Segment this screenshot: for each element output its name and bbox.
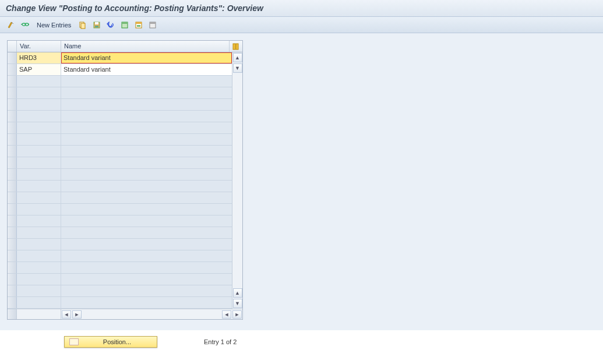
row-selector[interactable] bbox=[8, 169, 17, 180]
cell-name[interactable] bbox=[61, 215, 232, 227]
table-row-empty[interactable] bbox=[8, 262, 232, 274]
cell-name[interactable] bbox=[61, 250, 232, 261]
table-row-empty[interactable] bbox=[8, 169, 232, 181]
scroll-up2-icon[interactable]: ▲ bbox=[233, 288, 242, 298]
table-row-empty[interactable] bbox=[8, 87, 232, 99]
cell-name[interactable] bbox=[61, 134, 232, 145]
save-variant-icon[interactable] bbox=[91, 20, 102, 30]
select-all-icon[interactable] bbox=[119, 20, 130, 30]
row-selector[interactable] bbox=[8, 146, 17, 157]
table-row[interactable]: HRD3Standard variant bbox=[8, 52, 232, 64]
cell-name[interactable]: Standard variant bbox=[61, 64, 232, 75]
scroll-right2-icon[interactable]: ► bbox=[232, 310, 242, 319]
cell-name[interactable] bbox=[61, 157, 232, 168]
cell-var[interactable] bbox=[17, 215, 61, 227]
cell-name[interactable] bbox=[61, 239, 232, 250]
cell-name[interactable] bbox=[61, 76, 232, 87]
details-icon[interactable] bbox=[20, 20, 30, 30]
cell-var[interactable] bbox=[17, 157, 61, 168]
horizontal-scrollbar[interactable]: ◄ ► ◄ ► bbox=[8, 309, 242, 319]
cell-var[interactable] bbox=[17, 204, 61, 215]
table-row-empty[interactable] bbox=[8, 285, 232, 297]
scroll-down2-icon[interactable]: ▼ bbox=[233, 299, 242, 308]
cell-var[interactable]: SAP bbox=[17, 64, 61, 75]
scroll-up-icon[interactable]: ▲ bbox=[233, 53, 242, 62]
cell-name[interactable] bbox=[61, 285, 232, 296]
select-block-icon[interactable] bbox=[133, 20, 144, 30]
table-row-empty[interactable] bbox=[8, 227, 232, 239]
table-row-empty[interactable] bbox=[8, 274, 232, 285]
row-selector[interactable] bbox=[8, 204, 17, 215]
row-selector[interactable] bbox=[8, 87, 17, 98]
cell-name[interactable] bbox=[61, 262, 232, 273]
row-selector[interactable] bbox=[8, 52, 17, 63]
cell-name[interactable] bbox=[61, 181, 232, 192]
scroll-left-icon[interactable]: ◄ bbox=[62, 310, 71, 319]
table-row-empty[interactable] bbox=[8, 181, 232, 192]
row-selector[interactable] bbox=[8, 76, 17, 87]
vertical-scrollbar[interactable]: ▲ ▼ ▲ ▼ bbox=[232, 52, 242, 309]
cell-var[interactable] bbox=[17, 181, 61, 192]
position-button[interactable]: Position... bbox=[64, 336, 157, 348]
cell-var[interactable] bbox=[17, 285, 61, 296]
cell-name[interactable] bbox=[61, 169, 232, 180]
row-selector[interactable] bbox=[8, 64, 17, 75]
table-row-empty[interactable] bbox=[8, 239, 232, 250]
new-entries-button[interactable]: New Entries bbox=[34, 20, 74, 30]
cell-var[interactable] bbox=[17, 111, 61, 122]
scroll-right-icon[interactable]: ► bbox=[72, 310, 82, 319]
cell-name[interactable] bbox=[61, 274, 232, 285]
table-row-empty[interactable] bbox=[8, 204, 232, 215]
toggle-display-change-icon[interactable] bbox=[6, 20, 16, 30]
table-row-empty[interactable] bbox=[8, 111, 232, 122]
table-row-empty[interactable] bbox=[8, 297, 232, 309]
scroll-left2-icon[interactable]: ◄ bbox=[222, 310, 231, 319]
table-row[interactable]: SAPStandard variant bbox=[8, 64, 232, 76]
table-row-empty[interactable] bbox=[8, 99, 232, 111]
row-selector[interactable] bbox=[8, 181, 17, 192]
row-selector[interactable] bbox=[8, 227, 17, 238]
table-row-empty[interactable] bbox=[8, 192, 232, 204]
row-selector[interactable] bbox=[8, 285, 17, 296]
cell-var[interactable] bbox=[17, 297, 61, 308]
cell-name[interactable] bbox=[61, 192, 232, 203]
cell-var[interactable] bbox=[17, 274, 61, 285]
row-selector[interactable] bbox=[8, 157, 17, 168]
cell-var[interactable] bbox=[17, 262, 61, 273]
cell-var[interactable] bbox=[17, 87, 61, 98]
table-configure-icon[interactable] bbox=[230, 41, 242, 52]
cell-var[interactable] bbox=[17, 99, 61, 110]
row-selector[interactable] bbox=[8, 122, 17, 133]
row-selector[interactable] bbox=[8, 274, 17, 285]
row-selector[interactable] bbox=[8, 99, 17, 110]
cell-var[interactable] bbox=[17, 122, 61, 133]
copy-icon[interactable] bbox=[77, 20, 88, 30]
table-row-empty[interactable] bbox=[8, 215, 232, 227]
row-selector[interactable] bbox=[8, 215, 17, 227]
cell-name[interactable] bbox=[61, 111, 232, 122]
cell-name[interactable] bbox=[61, 87, 232, 98]
cell-var[interactable] bbox=[17, 169, 61, 180]
cell-name[interactable] bbox=[61, 122, 232, 133]
cell-name[interactable] bbox=[61, 204, 232, 215]
header-selector-col[interactable] bbox=[8, 41, 17, 52]
cell-name[interactable] bbox=[61, 99, 232, 110]
row-selector[interactable] bbox=[8, 111, 17, 122]
row-selector[interactable] bbox=[8, 239, 17, 250]
table-row-empty[interactable] bbox=[8, 76, 232, 87]
table-row-empty[interactable] bbox=[8, 146, 232, 157]
cell-name[interactable]: Standard variant bbox=[61, 52, 232, 63]
scroll-down-icon[interactable]: ▼ bbox=[233, 63, 242, 73]
cell-var[interactable] bbox=[17, 76, 61, 87]
cell-var[interactable] bbox=[17, 192, 61, 203]
row-selector[interactable] bbox=[8, 262, 17, 273]
cell-var[interactable] bbox=[17, 146, 61, 157]
table-row-empty[interactable] bbox=[8, 134, 232, 146]
row-selector[interactable] bbox=[8, 192, 17, 203]
deselect-all-icon[interactable] bbox=[147, 20, 158, 30]
table-row-empty[interactable] bbox=[8, 122, 232, 134]
cell-name[interactable] bbox=[61, 146, 232, 157]
cell-name[interactable] bbox=[61, 227, 232, 238]
table-row-empty[interactable] bbox=[8, 157, 232, 169]
row-selector[interactable] bbox=[8, 250, 17, 261]
